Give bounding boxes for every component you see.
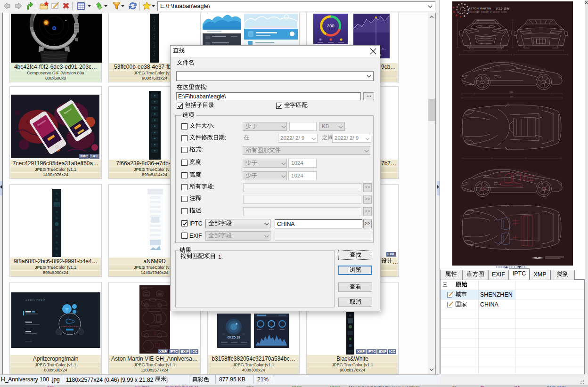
svg-text:COMPLETED RING: COMPLETED RING: [61, 326, 79, 328]
svg-text:ASTON MARTIN: ASTON MARTIN: [468, 7, 491, 10]
svg-text:300: 300: [327, 24, 334, 28]
svg-text:APRILZERO: APRILZERO: [25, 299, 46, 302]
svg-text:00:25:19: 00:25:19: [227, 336, 240, 339]
svg-text:2660: 2660: [510, 91, 514, 93]
svg-text:4671: 4671: [510, 96, 514, 98]
svg-text:ANNIVERSARY CONCEPT BY GRIGORY: ANNIVERSARY CONCEPT BY GRIGORY GORIN: [468, 11, 507, 13]
svg-text:27: 27: [65, 308, 69, 311]
svg-text:V12 GH: V12 GH: [496, 7, 510, 10]
